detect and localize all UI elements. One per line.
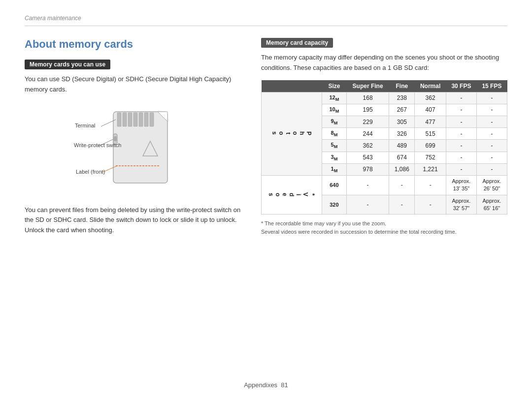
svg-rect-4 [128, 113, 132, 126]
footer-text: Appendixes [244, 381, 277, 389]
cell: 229 [346, 116, 389, 127]
cell: 326 [389, 128, 415, 140]
cell: 543 [346, 152, 389, 163]
cell: Approx.13' 35" [446, 175, 476, 195]
capacity-intro: The memory capacity may differ depending… [261, 53, 507, 73]
col-category [262, 80, 322, 93]
cell: 674 [389, 152, 415, 163]
size-9m: 9M [322, 116, 346, 127]
cell: 1,086 [389, 163, 415, 175]
cell: 515 [415, 128, 446, 140]
cell: 362 [346, 140, 389, 152]
svg-rect-2 [117, 113, 121, 126]
cell: - [446, 128, 476, 140]
cell: - [446, 152, 476, 163]
size-640: 640 [322, 175, 346, 195]
photos-category: Photos [262, 92, 322, 175]
cell: Approx.65' 16" [476, 195, 507, 215]
cell: - [446, 163, 476, 175]
cell: 195 [346, 104, 389, 116]
cell: - [476, 140, 507, 152]
cell: Approx.26' 50" [476, 175, 507, 195]
svg-rect-8 [150, 113, 154, 126]
col-superfine: Super Fine [346, 80, 389, 93]
cell: - [346, 195, 389, 215]
cell: 407 [415, 104, 446, 116]
cell: - [476, 104, 507, 116]
svg-rect-3 [123, 113, 127, 126]
breadcrumb: Camera maintenance [25, 15, 507, 26]
size-1m: 1M [322, 163, 346, 175]
capacity-badge: Memory card capacity [261, 38, 333, 48]
cell: - [389, 175, 415, 195]
cell: 267 [389, 104, 415, 116]
intro-text: You can use SD (Secure Digital) or SDHC … [25, 74, 241, 95]
footnote-line-2: Several videos were recorded in successi… [261, 228, 507, 236]
cell: 168 [346, 92, 389, 104]
svg-rect-10 [114, 136, 117, 141]
left-column: About memory cards Memory cards you can … [25, 38, 241, 243]
cell: - [389, 195, 415, 215]
table-row: Photos 12M 168 238 362 - - [262, 92, 507, 104]
card-svg [74, 102, 192, 200]
cell: 978 [346, 163, 389, 175]
svg-rect-7 [144, 113, 148, 126]
page-number: 81 [281, 381, 288, 389]
col-30fps: 30 FPS [446, 80, 476, 93]
cell: - [476, 128, 507, 140]
cell: 477 [415, 116, 446, 127]
cell: - [476, 163, 507, 175]
cell: - [346, 175, 389, 195]
size-3m: 3M [322, 152, 346, 163]
cell: 489 [389, 140, 415, 152]
cell: - [446, 116, 476, 127]
size-8m: 8M [322, 128, 346, 140]
cell: - [446, 140, 476, 152]
cell: - [476, 92, 507, 104]
cell: 244 [346, 128, 389, 140]
size-10m: 10M [322, 104, 346, 116]
write-protect-text: You can prevent files from being deleted… [25, 205, 241, 236]
capacity-table: Size Super Fine Fine Normal 30 FPS 15 FP… [261, 80, 507, 215]
footnote-line-1: * The recordable time may vary if you us… [261, 219, 507, 228]
size-12m: 12M [322, 92, 346, 104]
page-title: About memory cards [25, 38, 241, 51]
memory-cards-badge: Memory cards you can use [25, 60, 110, 69]
cell: - [446, 92, 476, 104]
cell: - [446, 104, 476, 116]
terminal-label: Terminal [75, 123, 96, 128]
write-protect-label: Write-protect switch [74, 142, 121, 148]
cell: - [415, 175, 446, 195]
right-column: Memory card capacity The memory capacity… [261, 38, 507, 236]
cell: - [476, 116, 507, 127]
size-320: 320 [322, 195, 346, 215]
cell: 699 [415, 140, 446, 152]
col-size: Size [322, 80, 346, 93]
cell: 362 [415, 92, 446, 104]
cell: 305 [389, 116, 415, 127]
col-15fps: 15 FPS [476, 80, 507, 93]
cell: 238 [389, 92, 415, 104]
card-diagram: Terminal Write-protect switch Label (fro… [74, 102, 192, 200]
table-row: *Videos 640 - - - Approx.13' 35" Approx.… [262, 175, 507, 195]
footnote: * The recordable time may vary if you us… [261, 219, 507, 236]
cell: 752 [415, 152, 446, 163]
page-footer: Appendixes 81 [0, 381, 532, 389]
svg-rect-6 [139, 113, 143, 126]
size-5m: 5M [322, 140, 346, 152]
col-normal: Normal [415, 80, 446, 93]
cell: 1,221 [415, 163, 446, 175]
videos-category: *Videos [262, 175, 322, 215]
col-fine: Fine [389, 80, 415, 93]
cell: - [476, 152, 507, 163]
svg-rect-5 [133, 113, 137, 126]
label-front-label: Label (front) [76, 169, 105, 175]
cell: - [415, 195, 446, 215]
cell: Approx.32' 57" [446, 195, 476, 215]
